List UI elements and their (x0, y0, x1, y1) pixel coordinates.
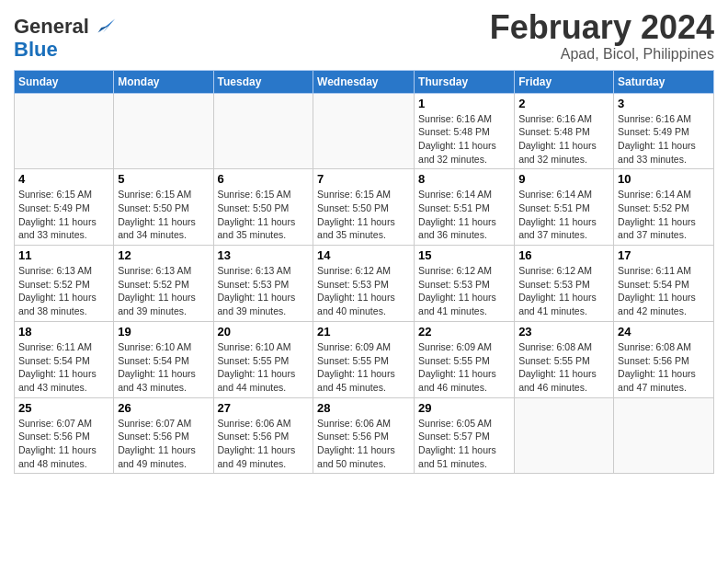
day-number: 24 (618, 325, 710, 339)
col-tuesday: Tuesday (213, 70, 313, 93)
day-info: Sunrise: 6:14 AM Sunset: 5:51 PM Dayligh… (418, 188, 510, 242)
col-monday: Monday (114, 70, 213, 93)
table-row: 15Sunrise: 6:12 AM Sunset: 5:53 PM Dayli… (415, 246, 515, 322)
table-row (213, 93, 313, 169)
day-info: Sunrise: 6:06 AM Sunset: 5:56 PM Dayligh… (317, 417, 410, 471)
calendar-week-row: 1Sunrise: 6:16 AM Sunset: 5:48 PM Daylig… (15, 93, 714, 169)
col-sunday: Sunday (15, 70, 114, 93)
day-info: Sunrise: 6:16 AM Sunset: 5:48 PM Dayligh… (518, 112, 609, 167)
day-info: Sunrise: 6:08 AM Sunset: 5:56 PM Dayligh… (618, 340, 710, 395)
day-info: Sunrise: 6:07 AM Sunset: 5:56 PM Dayligh… (118, 417, 209, 471)
table-row: 21Sunrise: 6:09 AM Sunset: 5:55 PM Dayli… (313, 321, 415, 397)
table-row: 28Sunrise: 6:06 AM Sunset: 5:56 PM Dayli… (313, 397, 415, 474)
day-number: 22 (418, 325, 510, 339)
table-row: 8Sunrise: 6:14 AM Sunset: 5:51 PM Daylig… (415, 169, 515, 246)
table-row: 22Sunrise: 6:09 AM Sunset: 5:55 PM Dayli… (415, 321, 515, 397)
day-number: 20 (218, 325, 310, 339)
main-container: General Blue February 2024 Apad, Bicol, … (0, 0, 728, 483)
table-row: 9Sunrise: 6:14 AM Sunset: 5:51 PM Daylig… (515, 169, 614, 246)
day-number: 12 (118, 248, 209, 262)
table-row: 29Sunrise: 6:05 AM Sunset: 5:57 PM Dayli… (415, 397, 515, 474)
logo-text-general: General (14, 17, 89, 37)
logo-text-blue: Blue (14, 38, 58, 61)
table-row: 18Sunrise: 6:11 AM Sunset: 5:54 PM Dayli… (15, 321, 114, 397)
title-area: February 2024 Apad, Bicol, Philippines (490, 9, 714, 63)
day-info: Sunrise: 6:10 AM Sunset: 5:54 PM Dayligh… (118, 340, 209, 395)
table-row: 26Sunrise: 6:07 AM Sunset: 5:56 PM Dayli… (114, 397, 213, 474)
table-row (614, 397, 714, 474)
day-info: Sunrise: 6:14 AM Sunset: 5:51 PM Dayligh… (518, 188, 609, 242)
table-row: 20Sunrise: 6:10 AM Sunset: 5:55 PM Dayli… (213, 321, 313, 397)
day-number: 4 (18, 172, 109, 186)
col-saturday: Saturday (614, 70, 714, 93)
table-row (515, 397, 614, 474)
day-info: Sunrise: 6:15 AM Sunset: 5:50 PM Dayligh… (317, 188, 410, 242)
day-number: 10 (618, 172, 710, 186)
table-row: 12Sunrise: 6:13 AM Sunset: 5:52 PM Dayli… (114, 246, 213, 322)
day-info: Sunrise: 6:15 AM Sunset: 5:49 PM Dayligh… (18, 188, 109, 242)
day-number: 2 (518, 97, 609, 110)
day-info: Sunrise: 6:13 AM Sunset: 5:52 PM Dayligh… (18, 264, 109, 318)
svg-marker-1 (97, 26, 108, 32)
day-info: Sunrise: 6:11 AM Sunset: 5:54 PM Dayligh… (18, 340, 109, 395)
table-row: 25Sunrise: 6:07 AM Sunset: 5:56 PM Dayli… (15, 397, 114, 474)
table-row: 5Sunrise: 6:15 AM Sunset: 5:50 PM Daylig… (114, 169, 213, 246)
day-number: 29 (418, 401, 510, 415)
table-row: 17Sunrise: 6:11 AM Sunset: 5:54 PM Dayli… (614, 246, 714, 322)
day-number: 14 (317, 248, 410, 262)
day-number: 28 (317, 401, 410, 415)
col-thursday: Thursday (415, 70, 515, 93)
table-row: 6Sunrise: 6:15 AM Sunset: 5:50 PM Daylig… (213, 169, 313, 246)
table-row: 10Sunrise: 6:14 AM Sunset: 5:52 PM Dayli… (614, 169, 714, 246)
day-number: 8 (418, 172, 510, 186)
day-info: Sunrise: 6:09 AM Sunset: 5:55 PM Dayligh… (317, 340, 410, 395)
day-number: 5 (118, 172, 209, 186)
logo-icon (91, 14, 117, 40)
day-info: Sunrise: 6:09 AM Sunset: 5:55 PM Dayligh… (418, 340, 510, 395)
table-row: 2Sunrise: 6:16 AM Sunset: 5:48 PM Daylig… (515, 93, 614, 169)
day-number: 18 (18, 325, 109, 339)
logo: General Blue (14, 14, 117, 60)
day-number: 19 (118, 325, 209, 339)
calendar-week-row: 18Sunrise: 6:11 AM Sunset: 5:54 PM Dayli… (15, 321, 714, 397)
day-number: 1 (418, 97, 510, 110)
day-number: 3 (618, 97, 710, 110)
day-number: 27 (218, 401, 310, 415)
table-row: 16Sunrise: 6:12 AM Sunset: 5:53 PM Dayli… (515, 246, 614, 322)
calendar-week-row: 11Sunrise: 6:13 AM Sunset: 5:52 PM Dayli… (15, 246, 714, 322)
calendar-week-row: 25Sunrise: 6:07 AM Sunset: 5:56 PM Dayli… (15, 397, 714, 474)
day-number: 6 (218, 172, 310, 186)
day-info: Sunrise: 6:07 AM Sunset: 5:56 PM Dayligh… (18, 417, 109, 471)
day-info: Sunrise: 6:12 AM Sunset: 5:53 PM Dayligh… (418, 264, 510, 318)
table-row: 19Sunrise: 6:10 AM Sunset: 5:54 PM Dayli… (114, 321, 213, 397)
day-info: Sunrise: 6:10 AM Sunset: 5:55 PM Dayligh… (218, 340, 310, 395)
table-row: 4Sunrise: 6:15 AM Sunset: 5:49 PM Daylig… (15, 169, 114, 246)
table-row: 24Sunrise: 6:08 AM Sunset: 5:56 PM Dayli… (614, 321, 714, 397)
day-number: 15 (418, 248, 510, 262)
day-info: Sunrise: 6:16 AM Sunset: 5:49 PM Dayligh… (618, 112, 710, 167)
day-number: 23 (518, 325, 609, 339)
day-number: 26 (118, 401, 209, 415)
table-row: 7Sunrise: 6:15 AM Sunset: 5:50 PM Daylig… (313, 169, 415, 246)
calendar-table: Sunday Monday Tuesday Wednesday Thursday… (14, 70, 714, 475)
month-title: February 2024 (490, 9, 714, 46)
day-info: Sunrise: 6:06 AM Sunset: 5:56 PM Dayligh… (218, 417, 310, 471)
day-info: Sunrise: 6:13 AM Sunset: 5:52 PM Dayligh… (118, 264, 209, 318)
day-info: Sunrise: 6:13 AM Sunset: 5:53 PM Dayligh… (218, 264, 310, 318)
calendar-header-row: Sunday Monday Tuesday Wednesday Thursday… (15, 70, 714, 93)
table-row: 1Sunrise: 6:16 AM Sunset: 5:48 PM Daylig… (415, 93, 515, 169)
table-row: 3Sunrise: 6:16 AM Sunset: 5:49 PM Daylig… (614, 93, 714, 169)
day-number: 17 (618, 248, 710, 262)
day-info: Sunrise: 6:16 AM Sunset: 5:48 PM Dayligh… (418, 112, 510, 167)
day-info: Sunrise: 6:08 AM Sunset: 5:55 PM Dayligh… (518, 340, 609, 395)
day-number: 11 (18, 248, 109, 262)
day-info: Sunrise: 6:11 AM Sunset: 5:54 PM Dayligh… (618, 264, 710, 318)
day-info: Sunrise: 6:15 AM Sunset: 5:50 PM Dayligh… (218, 188, 310, 242)
col-friday: Friday (515, 70, 614, 93)
location-title: Apad, Bicol, Philippines (490, 46, 714, 63)
day-info: Sunrise: 6:14 AM Sunset: 5:52 PM Dayligh… (618, 188, 710, 242)
table-row: 11Sunrise: 6:13 AM Sunset: 5:52 PM Dayli… (15, 246, 114, 322)
day-number: 9 (518, 172, 609, 186)
table-row: 23Sunrise: 6:08 AM Sunset: 5:55 PM Dayli… (515, 321, 614, 397)
table-row (313, 93, 415, 169)
